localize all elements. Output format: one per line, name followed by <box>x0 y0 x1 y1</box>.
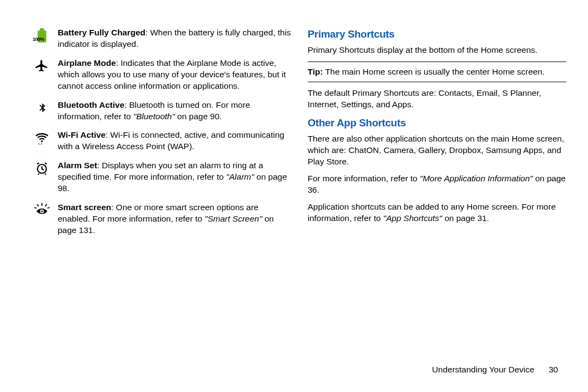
indicator-row-smart-screen: Smart screen: One or more smart screen o… <box>33 202 291 236</box>
heading-primary-shortcuts: Primary Shortcuts <box>308 27 566 41</box>
ref-lead: For more information, refer to <box>308 174 420 183</box>
indicator-ref: "Smart Screen" <box>205 214 262 223</box>
bluetooth-icon <box>33 100 51 115</box>
default-shortcuts-desc: The default Primary Shortcuts are: Conta… <box>308 88 566 111</box>
heading-other-app-shortcuts: Other App Shortcuts <box>308 116 566 130</box>
indicator-title: Airplane Mode <box>58 58 116 68</box>
svg-point-2 <box>41 210 42 212</box>
indicator-title: Bluetooth Active <box>58 100 125 109</box>
tip-block: Tip: The main Home screen is usually the… <box>308 62 566 83</box>
svg-line-6 <box>34 207 36 209</box>
indicator-text: Battery Fully Charged: When the battery … <box>58 27 291 50</box>
airplane-icon <box>33 58 51 73</box>
left-column: 100% Battery Fully Charged: When the bat… <box>33 27 291 244</box>
two-column-layout: 100% Battery Fully Charged: When the bat… <box>33 27 566 244</box>
svg-point-0 <box>41 140 42 142</box>
indicator-title: Alarm Set <box>58 161 97 170</box>
ref-title: "App Shortcuts" <box>383 213 442 223</box>
indicator-row-battery: 100% Battery Fully Charged: When the bat… <box>33 27 291 50</box>
right-column: Primary Shortcuts Primary Shortcuts disp… <box>308 27 566 244</box>
more-app-info-ref: For more information, refer to "More App… <box>308 173 566 196</box>
svg-line-5 <box>45 204 47 206</box>
indicator-text: Airplane Mode: Indicates that the Airpla… <box>58 58 291 92</box>
indicator-title: Wi-Fi Active <box>58 130 106 139</box>
svg-line-4 <box>37 204 39 206</box>
indicator-row-airplane: Airplane Mode: Indicates that the Airpla… <box>33 58 291 92</box>
alarm-icon <box>33 160 51 175</box>
ref-tail: on page 31. <box>442 213 489 223</box>
footer-section: Understanding Your Device <box>432 365 535 374</box>
smart-screen-icon <box>33 202 51 216</box>
indicator-text: Bluetooth Active: Bluetooth is turned on… <box>58 100 291 122</box>
indicator-title: Battery Fully Charged <box>58 28 145 37</box>
wifi-icon <box>33 130 51 145</box>
indicator-row-bluetooth: Bluetooth Active: Bluetooth is turned on… <box>33 100 291 122</box>
battery-full-icon: 100% <box>33 27 51 42</box>
other-shortcuts-desc: There are also other application shortcu… <box>308 133 566 168</box>
indicator-text: Wi-Fi Active: Wi-Fi is connected, active… <box>58 130 291 152</box>
tip-body: The main Home screen is usually the cent… <box>323 67 544 76</box>
primary-shortcuts-desc: Primary Shortcuts display at the bottom … <box>308 45 566 56</box>
svg-line-7 <box>47 207 50 209</box>
indicator-text: Smart screen: One or more smart screen o… <box>58 202 291 236</box>
app-shortcuts-ref: Application shortcuts can be added to an… <box>308 201 566 224</box>
indicator-ref: "Alarm" <box>226 172 254 181</box>
page-footer: Understanding Your Device 30 <box>432 365 558 375</box>
ref-title: "More Application Information" <box>420 174 533 183</box>
indicator-body-b: on page 90. <box>175 112 222 121</box>
indicator-row-alarm: Alarm Set: Displays when you set an alar… <box>33 160 291 194</box>
indicator-ref: "Bluetooth" <box>133 112 175 121</box>
indicator-row-wifi: Wi-Fi Active: Wi-Fi is connected, active… <box>33 130 291 152</box>
page-number: 30 <box>549 365 558 374</box>
manual-page: 100% Battery Fully Charged: When the bat… <box>0 0 588 392</box>
indicator-title: Smart screen <box>58 203 111 212</box>
indicator-text: Alarm Set: Displays when you set an alar… <box>58 160 291 194</box>
tip-label: Tip: <box>308 67 323 76</box>
